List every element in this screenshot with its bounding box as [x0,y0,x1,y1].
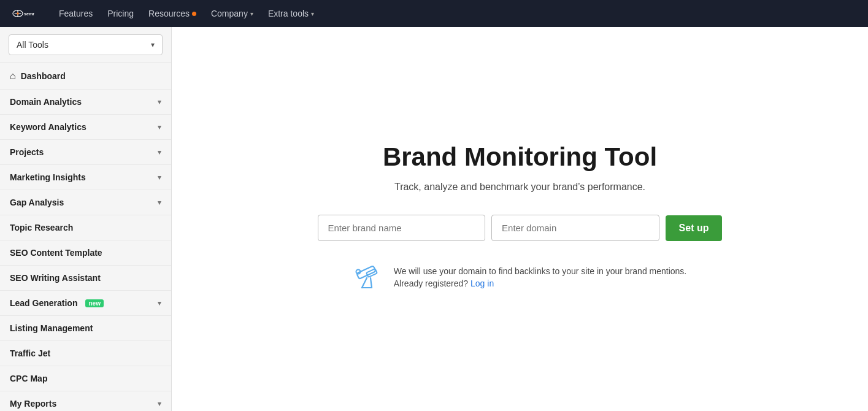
info-line: We will use your domain to find backlink… [394,266,687,276]
sidebar-item-cpc-map[interactable]: CPC Map [0,366,171,391]
resources-dot [192,12,196,16]
sidebar-item-gap-analysis[interactable]: Gap Analysis ▾ [0,190,171,215]
sidebar-item-projects[interactable]: Projects ▾ [0,140,171,165]
sidebar-item-keyword-analytics[interactable]: Keyword Analytics ▾ [0,115,171,140]
tools-select-wrapper: All Tools ▾ [0,27,171,63]
sidebar-topic-research-label: Topic Research [10,223,73,232]
sidebar-item-seo-content-template[interactable]: SEO Content Template [0,240,171,266]
svg-text:semrush: semrush [24,11,34,17]
sidebar-item-domain-analytics[interactable]: Domain Analytics ▾ [0,90,171,115]
main-content: Brand Monitoring Tool Track, analyze and… [172,27,868,411]
nav-features[interactable]: Features [59,9,93,18]
sidebar-item-lead-generation[interactable]: Lead Generation new ▾ [0,291,171,316]
sidebar-gap-analysis-label: Gap Analysis [10,198,64,207]
center-panel: Brand Monitoring Tool Track, analyze and… [305,118,735,320]
info-text: We will use your domain to find backlink… [394,266,687,288]
dropdown-chevron-icon: ▾ [151,40,155,49]
nav-resources[interactable]: Resources [148,9,196,18]
domain-analytics-chevron-icon: ▾ [158,98,161,106]
sidebar-nav: ⌂ Dashboard Domain Analytics ▾ Keyword A… [0,63,171,411]
sidebar-cpc-map-label: CPC Map [10,374,47,383]
my-reports-chevron-icon: ▾ [158,400,161,408]
all-tools-dropdown[interactable]: All Tools ▾ [9,34,163,55]
setup-button[interactable]: Set up [666,215,723,241]
nav-pricing[interactable]: Pricing [107,9,134,18]
nav-company[interactable]: Company ▾ [211,9,253,18]
sidebar-dashboard-label: Dashboard [21,71,66,81]
sidebar-traffic-jet-label: Traffic Jet [10,348,50,358]
sidebar-item-topic-research[interactable]: Topic Research [0,215,171,240]
nav-extra-tools[interactable]: Extra tools ▾ [268,9,314,18]
sidebar-keyword-analytics-label: Keyword Analytics [10,122,86,132]
marketing-insights-chevron-icon: ▾ [158,174,161,182]
gap-analysis-chevron-icon: ▾ [158,199,161,207]
input-row: Set up [318,215,723,241]
sidebar: All Tools ▾ ⌂ Dashboard Domain Analytics… [0,27,172,411]
company-arrow-icon: ▾ [250,10,253,17]
svg-point-3 [17,12,19,15]
info-row: We will use your domain to find backlink… [318,258,723,296]
sidebar-item-traffic-jet[interactable]: Traffic Jet [0,341,171,366]
sidebar-seo-writing-assistant-label: SEO Writing Assistant [10,273,101,283]
sidebar-projects-label: Projects [10,147,44,157]
layout: All Tools ▾ ⌂ Dashboard Domain Analytics… [0,27,868,411]
login-link[interactable]: Log in [470,278,494,288]
brand-name-input[interactable] [318,215,486,241]
top-navigation: semrush Features Pricing Resources Compa… [0,0,868,27]
sidebar-item-listing-management[interactable]: Listing Management [0,316,171,341]
sidebar-listing-management-label: Listing Management [10,323,93,333]
svg-line-7 [362,278,367,288]
nav-links: Features Pricing Resources Company ▾ Ext… [59,9,314,18]
projects-chevron-icon: ▾ [158,148,161,156]
telescope-icon [353,258,385,296]
svg-line-8 [371,278,372,288]
lead-generation-new-badge: new [85,299,103,307]
login-prefix-text: Already registered? [394,278,468,288]
login-prompt: Already registered? Log in [394,278,687,288]
logo[interactable]: semrush [12,6,34,21]
sidebar-marketing-insights-label: Marketing Insights [10,172,86,182]
keyword-analytics-chevron-icon: ▾ [158,123,161,131]
sidebar-my-reports-label: My Reports [10,399,56,409]
page-subtitle: Track, analyze and benchmark your brand’… [318,182,723,193]
sidebar-item-marketing-insights[interactable]: Marketing Insights ▾ [0,165,171,190]
page-title: Brand Monitoring Tool [318,142,723,172]
lead-generation-chevron-icon: ▾ [158,299,161,307]
home-icon: ⌂ [10,71,16,82]
extra-tools-arrow-icon: ▾ [311,10,314,17]
sidebar-domain-analytics-label: Domain Analytics [10,97,82,107]
sidebar-lead-generation-label: Lead Generation [10,298,77,308]
sidebar-item-dashboard[interactable]: ⌂ Dashboard [0,63,171,90]
sidebar-item-seo-writing-assistant[interactable]: SEO Writing Assistant [0,266,171,291]
svg-rect-5 [356,266,375,279]
domain-input[interactable] [491,215,659,241]
all-tools-label: All Tools [17,40,48,50]
sidebar-item-my-reports[interactable]: My Reports ▾ [0,391,171,411]
sidebar-seo-content-template-label: SEO Content Template [10,248,102,258]
